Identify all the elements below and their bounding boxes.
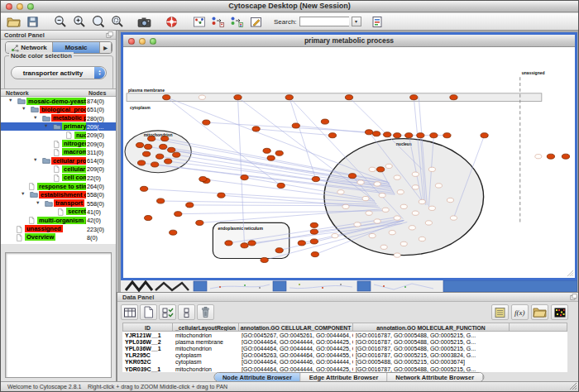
vizmapper-button[interactable] — [208, 14, 227, 30]
table-row[interactable]: YPL036W__2plasma membrane[GO:0044464, GO… — [122, 338, 567, 345]
network-node[interactable] — [337, 190, 344, 194]
network-node[interactable] — [170, 230, 177, 235]
unselect-attributes-button[interactable] — [178, 304, 195, 320]
network-node[interactable] — [425, 221, 432, 225]
network-node[interactable] — [263, 148, 270, 153]
tab-edge-attribute-browser[interactable]: Edge Attribute Browser — [301, 373, 387, 381]
network-node[interactable] — [275, 248, 283, 253]
network-node[interactable] — [380, 245, 387, 249]
network-node[interactable] — [362, 196, 369, 200]
tree-row-overview[interactable]: Overview8(0) — [1, 233, 116, 241]
save-session-button[interactable] — [23, 14, 42, 30]
tree-expander-icon[interactable]: ▼ — [8, 98, 12, 103]
network-node[interactable] — [298, 241, 305, 246]
network-node[interactable] — [397, 190, 404, 194]
network-node[interactable] — [385, 164, 392, 168]
network-node[interactable] — [428, 206, 435, 210]
tree-row-cell-communicat[interactable]: cell communicat22(0) — [1, 174, 116, 182]
tree-row-biological-process[interactable]: ▼biological_process651(0) — [1, 105, 116, 113]
network-node[interactable] — [285, 95, 293, 100]
formula-builder-button[interactable]: f(x) — [511, 304, 529, 320]
tab-scroll-arrow[interactable]: ▶ — [100, 42, 112, 53]
network-node[interactable] — [241, 243, 248, 248]
annotation-button[interactable] — [246, 14, 266, 30]
tree-row-transport[interactable]: ▼transport558(0) — [1, 199, 116, 208]
network-node[interactable] — [419, 199, 425, 203]
network-node[interactable] — [199, 177, 207, 182]
table-row[interactable]: YPL036W__1mitochondrion[GO:0044464, GO:0… — [122, 345, 567, 351]
tree-expander-icon[interactable]: ▼ — [36, 200, 40, 205]
network-node[interactable] — [248, 241, 256, 246]
network-node[interactable] — [417, 133, 424, 138]
network-node[interactable] — [140, 186, 147, 191]
network-node[interactable] — [405, 133, 413, 138]
tree-row-cellular-process[interactable]: ▼cellular process614(0) — [1, 156, 116, 165]
network-node[interactable] — [394, 253, 400, 257]
search-input[interactable] — [299, 17, 349, 26]
network-node[interactable] — [148, 136, 156, 141]
network-node[interactable] — [374, 219, 380, 223]
network-node[interactable] — [394, 175, 400, 179]
network-node[interactable] — [156, 154, 164, 159]
network-node[interactable] — [365, 130, 372, 135]
network-node[interactable] — [428, 167, 435, 171]
view-window-titlebar[interactable]: primary metabolic process — [123, 35, 575, 47]
network-node[interactable] — [419, 237, 425, 241]
select-attributes-button[interactable] — [159, 304, 176, 320]
network-node[interactable] — [332, 233, 338, 237]
help-button[interactable] — [162, 14, 181, 30]
tab-node-attribute-browser[interactable]: Node Attribute Browser — [214, 373, 301, 381]
network-node[interactable] — [342, 204, 349, 208]
network-node[interactable] — [144, 216, 151, 221]
network-node[interactable] — [203, 120, 210, 125]
network-node[interactable] — [321, 119, 328, 124]
network-node[interactable] — [277, 183, 285, 188]
tree-row-secretion[interactable]: secretion41(0) — [1, 208, 116, 216]
table-row[interactable]: YDR039C__1mitochondrion[GO:0044464, GO:0… — [122, 366, 567, 372]
network-node[interactable] — [311, 252, 318, 257]
tree-row-nitrogen-compo[interactable]: nitrogen compo209(0) — [1, 140, 116, 148]
tree-row-mosaic-demo-yeast[interactable]: ▼mosaic-demo-yeast874(0) — [1, 97, 116, 105]
network-node[interactable] — [382, 208, 389, 212]
network-node[interactable] — [374, 182, 380, 186]
network-node[interactable] — [394, 133, 401, 138]
network-node[interactable] — [354, 222, 361, 227]
network-node[interactable] — [384, 132, 391, 137]
import-attributes-button[interactable] — [368, 14, 387, 30]
float-data-panel-icon[interactable] — [570, 294, 577, 300]
zoom-out-button[interactable] — [50, 14, 69, 30]
table-row[interactable]: YLR295Ccytoplasm[GO:0045263, GO:0044464,… — [122, 352, 567, 359]
network-node[interactable] — [175, 212, 182, 217]
network-node[interactable] — [218, 193, 225, 198]
network-node[interactable] — [412, 172, 419, 176]
network-node[interactable] — [435, 184, 442, 188]
tree-expander-icon[interactable]: ▼ — [22, 106, 26, 111]
tree-row-nucleobase-[interactable]: nucleobase-209(0) — [1, 131, 116, 139]
network-node[interactable] — [535, 155, 542, 159]
network-node[interactable] — [225, 241, 232, 246]
network-node[interactable] — [430, 133, 438, 138]
node-color-dropdown[interactable]: transporter activity ▲▼ — [11, 66, 107, 79]
edit-metadata-button[interactable] — [491, 304, 509, 320]
network-node[interactable] — [168, 147, 175, 152]
network-node[interactable] — [267, 155, 275, 160]
network-node[interactable] — [165, 159, 172, 164]
tree-row-response-to-stimulu[interactable]: response to stimulu264(0) — [1, 182, 116, 190]
attribute-table-button[interactable] — [121, 304, 138, 320]
layout-button[interactable] — [227, 14, 246, 30]
network-node[interactable] — [409, 226, 415, 230]
tree-row-multi-organism-pro[interactable]: multi-organism pro42(0) — [1, 216, 116, 224]
zoom-selected-button[interactable] — [108, 14, 127, 30]
background-windows-strip[interactable] — [121, 280, 577, 292]
network-node[interactable] — [369, 167, 376, 171]
search-dropdown-arrow[interactable]: ▾ — [352, 17, 361, 26]
network-node[interactable] — [157, 198, 165, 203]
new-attribute-button[interactable] — [140, 304, 157, 320]
network-node[interactable] — [142, 151, 150, 156]
float-panel-icon[interactable] — [106, 31, 113, 38]
network-node[interactable] — [412, 211, 419, 215]
network-node[interactable] — [151, 162, 159, 167]
network-node[interactable] — [163, 95, 170, 100]
network-node[interactable] — [312, 177, 319, 182]
table-header-_cellularLayoutRegion[interactable]: _cellularLayoutRegion — [173, 323, 239, 332]
